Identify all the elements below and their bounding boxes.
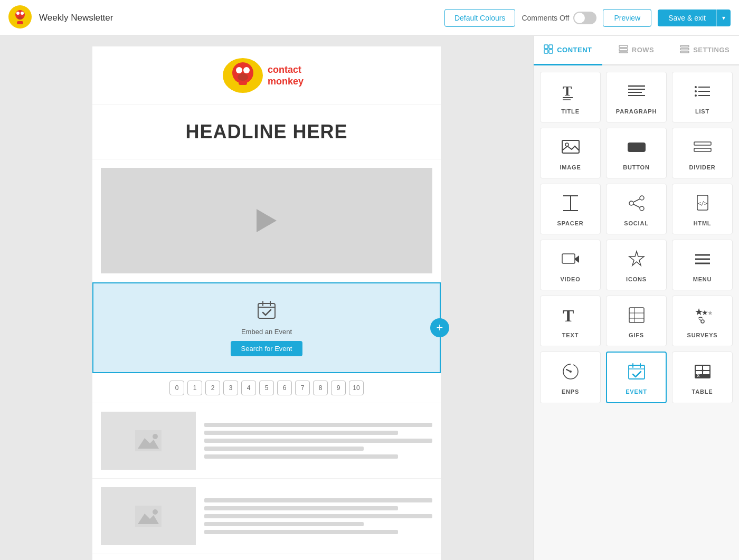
content-item-divider[interactable]: DIVIDER [672,128,733,178]
content-item-menu-label: MENU [693,276,712,282]
svg-point-57 [629,201,633,205]
comments-toggle: Comments Off [522,12,596,24]
button-icon [627,138,646,159]
content-item-list[interactable]: LIST [672,72,733,122]
content-items-grid: T TITLE PARAGRAPH [534,65,739,560]
content-item-spacer-label: SPACER [557,220,584,226]
svg-point-42 [695,86,697,88]
svg-text:T: T [563,83,572,99]
content-item-video[interactable]: VIDEO [540,240,601,290]
page-title: Weekly Newsletter [39,13,444,23]
svg-rect-32 [680,45,689,47]
svg-text:★: ★ [707,309,712,317]
svg-text:X: X [697,373,700,378]
svg-rect-87 [703,366,709,370]
svg-rect-81 [629,365,645,379]
svg-rect-33 [680,49,689,50]
tab-rows-label: ROWS [632,46,654,54]
text-line [204,506,398,510]
canvas-video-block [92,159,441,282]
svg-rect-52 [694,148,711,151]
canvas-logo-block: contact monkey [92,46,441,105]
content-item-text-label: TEXT [562,332,579,338]
email-canvas: contact monkey HEADLINE HERE [92,46,441,549]
default-colours-button[interactable]: Default Colours [444,9,516,27]
page-5[interactable]: 5 [259,381,274,395]
text-icon: T [561,306,580,327]
page-2[interactable]: 2 [205,381,220,395]
page-4[interactable]: 4 [241,381,256,395]
content-item-enps[interactable]: ENPS [540,352,601,403]
tab-rows[interactable]: ROWS [602,36,671,65]
canvas-event-block[interactable]: Embed an Event Search for Event + [92,282,441,373]
content-item-spacer[interactable]: SPACER [540,184,601,234]
save-exit-dropdown-button[interactable]: ▾ [716,10,731,26]
rows-tab-icon [619,44,628,55]
preview-button[interactable]: Preview [603,9,651,27]
canvas-content-row-1 [92,403,441,479]
canvas-pagination: 0 1 2 3 4 5 6 7 8 9 10 [92,373,441,403]
content-item-image[interactable]: IMAGE [540,128,601,178]
canvas-area: contact monkey HEADLINE HERE [0,36,533,560]
content-text-lines-1 [204,412,432,470]
content-item-table[interactable]: X TABLE [672,352,733,403]
page-0[interactable]: 0 [169,381,184,395]
content-item-event-label: EVENT [626,388,647,395]
table-icon: X [693,362,712,383]
svg-text:monkey: monkey [268,76,304,87]
video-icon [561,250,580,271]
tab-content[interactable]: CONTENT [534,36,602,65]
content-item-video-label: VIDEO [560,276,580,282]
content-item-surveys[interactable]: ★ ★ ★ SURVEYS [672,296,733,346]
surveys-icon: ★ ★ ★ [693,306,712,327]
tab-settings[interactable]: SETTINGS [670,36,739,65]
content-item-gifs[interactable]: GIFS [606,296,667,346]
content-item-icons[interactable]: ICONS [606,240,667,290]
title-icon: T [561,82,580,103]
event-embed-label: Embed an Event [241,328,292,336]
page-7[interactable]: 7 [295,381,310,395]
page-8[interactable]: 8 [313,381,328,395]
content-item-event[interactable]: EVENT [606,352,667,403]
page-6[interactable]: 6 [277,381,292,395]
svg-rect-25 [544,45,548,49]
content-item-social[interactable]: SOCIAL [606,184,667,234]
svg-marker-64 [575,255,579,263]
page-3[interactable]: 3 [223,381,238,395]
svg-rect-26 [549,45,553,49]
canvas-headline: HEADLINE HERE [108,121,425,143]
add-block-button[interactable]: + [430,318,449,337]
content-item-menu[interactable]: MENU [672,240,733,290]
content-item-title[interactable]: T TITLE [540,72,601,122]
page-1[interactable]: 1 [187,381,202,395]
content-item-html[interactable]: </> HTML [672,184,733,234]
text-line [204,514,432,518]
search-event-button[interactable]: Search for Event [231,341,303,356]
svg-rect-63 [562,254,575,263]
enps-icon [561,362,580,383]
page-9[interactable]: 9 [331,381,346,395]
content-item-text[interactable]: T TEXT [540,296,601,346]
content-item-button[interactable]: BUTTON [606,128,667,178]
content-item-paragraph[interactable]: PARAGRAPH [606,72,667,122]
paragraph-icon [627,82,646,103]
content-item-paragraph-label: PARAGRAPH [616,108,657,115]
comments-toggle-switch[interactable] [573,12,596,24]
svg-text:contact: contact [268,64,301,75]
comments-label: Comments Off [522,14,569,22]
text-line [204,530,398,534]
svg-point-9 [236,67,242,73]
page-10[interactable]: 10 [349,381,364,395]
content-item-table-label: TABLE [692,388,713,395]
save-exit-button[interactable]: Save & exit [658,10,716,26]
svg-rect-12 [239,81,247,85]
image-icon [561,138,580,159]
svg-point-24 [153,509,158,515]
content-item-surveys-label: SURVEYS [687,332,718,338]
text-line [204,454,398,459]
svg-marker-65 [629,251,644,265]
content-item-title-label: TITLE [561,108,580,115]
svg-point-10 [243,67,250,73]
svg-rect-31 [619,52,628,53]
settings-tab-icon [680,44,689,55]
